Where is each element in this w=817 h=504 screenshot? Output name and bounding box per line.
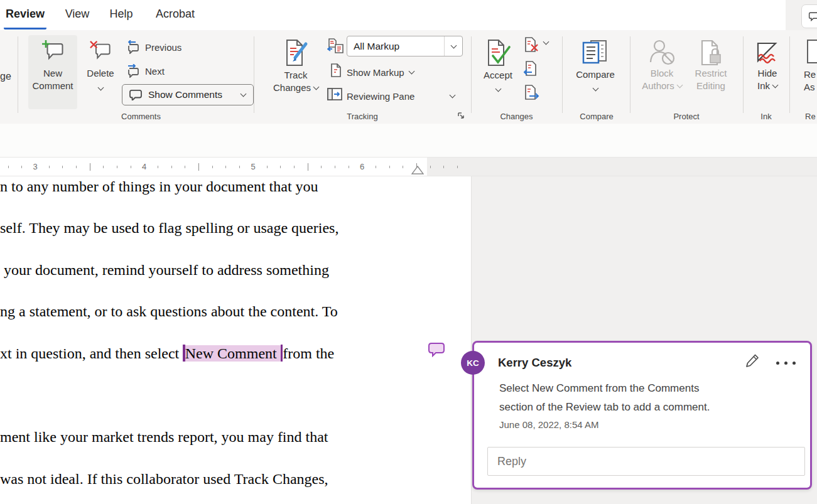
accept-icon — [485, 38, 511, 67]
protect-group-label: Protect — [630, 112, 743, 121]
changes-group-label: Changes — [471, 112, 562, 121]
document-area: n to any number of things in your docume… — [0, 176, 817, 504]
comment-text-line2: section of the Review tab to add a comme… — [499, 398, 710, 417]
comment-text-line1: Select New Comment from the Comments — [499, 379, 699, 398]
tracking-dialog-launcher-icon[interactable] — [457, 112, 465, 120]
previous-comment-button[interactable]: Previous — [124, 38, 181, 56]
clipped-language-label: ge — [0, 71, 11, 82]
tab-help-label: Help — [109, 8, 133, 21]
tab-acrobat[interactable]: Acrobat — [151, 0, 200, 28]
ribbon-lower-band — [0, 124, 817, 157]
tab-review-label: Review — [6, 8, 45, 21]
combobox-dropdown[interactable] — [444, 36, 462, 56]
ruler-mark-6: 6 — [360, 162, 364, 171]
reviewing-pane-label: Reviewing Pane — [347, 91, 414, 102]
comments-group-label: Comments — [28, 112, 254, 121]
resume-assistant-button[interactable]: Re As — [801, 35, 817, 109]
track-changes-label1: Track — [284, 69, 308, 82]
tracking-group-label: Tracking — [254, 112, 471, 121]
restrict-editing-label1: Restrict — [695, 67, 727, 80]
accept-label: Accept — [484, 69, 512, 82]
ruler-mark-3: 3 — [33, 162, 37, 171]
more-options-icon[interactable] — [776, 362, 796, 365]
compare-group-label: Compare — [562, 112, 631, 121]
display-for-review-combobox[interactable]: All Markup — [347, 36, 463, 56]
track-changes-label2: Changes — [273, 82, 311, 94]
resume-group-label: Re — [798, 112, 817, 121]
document-text-line[interactable]: xt in question, and then select New Comm… — [0, 343, 334, 363]
restrict-editing-button: Restrict Editing — [687, 35, 735, 109]
resume-assistant-label1: Re — [804, 68, 816, 81]
ruler-mark-5: 5 — [251, 162, 255, 171]
previous-change-icon[interactable] — [523, 60, 539, 77]
tab-view[interactable]: View — [61, 0, 94, 28]
block-authors-button: Block Authors — [639, 35, 684, 109]
text-run: xt in question, and then select — [0, 345, 183, 362]
chevron-down-icon — [97, 85, 104, 91]
compare-button[interactable]: Compare — [570, 35, 620, 109]
new-comment-icon — [41, 40, 65, 62]
comment-author-name: Kerry Ceszyk — [498, 356, 571, 370]
avatar: KC — [461, 351, 485, 375]
group-divider — [743, 36, 744, 113]
reply-input[interactable] — [487, 447, 805, 476]
tab-review[interactable]: Review — [4, 0, 46, 29]
compare-icon — [582, 40, 609, 66]
document-text-line[interactable]: n to any number of things in your docume… — [0, 176, 318, 196]
chevron-down-icon — [592, 85, 598, 92]
word-review-window: Review View Help Acrobat ge New Comment — [0, 0, 817, 504]
block-authors-label1: Block — [651, 67, 674, 80]
track-changes-button[interactable]: Track Changes — [273, 35, 318, 109]
ruler-mark-4: 4 — [142, 162, 146, 171]
horizontal-ruler: 3 4 5 6 — [0, 157, 817, 176]
display-for-review-value: All Markup — [347, 41, 444, 52]
chevron-down-icon — [313, 84, 320, 90]
tab-acrobat-label: Acrobat — [156, 8, 195, 21]
right-indent-marker[interactable] — [411, 166, 424, 175]
show-markup-button[interactable]: Show Markup — [347, 63, 414, 81]
group-divider — [562, 36, 563, 113]
document-page[interactable]: n to any number of things in your docume… — [0, 176, 471, 504]
delete-comment-icon — [89, 40, 112, 62]
group-divider — [18, 36, 18, 113]
document-text-line[interactable]: was not ideal. If this collaborator used… — [0, 469, 328, 489]
chevron-down-icon — [495, 86, 501, 92]
previous-label: Previous — [145, 42, 181, 53]
tab-help[interactable]: Help — [106, 0, 137, 28]
new-comment-label: New Comment — [28, 67, 77, 92]
titlebar-comments-button[interactable] — [801, 4, 817, 28]
hide-ink-icon — [754, 40, 781, 66]
hide-ink-label1: Hide — [758, 67, 777, 80]
edit-comment-pencil-icon[interactable] — [745, 353, 760, 368]
show-comments-button[interactable]: Show Comments — [122, 84, 254, 105]
document-text-line[interactable]: ng a statement, or to ask questions abou… — [0, 301, 338, 321]
next-comment-button[interactable]: Next — [124, 62, 165, 80]
highlighted-comment-anchor[interactable]: New Comment — [185, 345, 281, 362]
resume-assistant-icon — [805, 39, 817, 64]
review-ribbon: ge New Comment Delete Previous — [0, 30, 817, 124]
ribbon-tab-bar: Review View Help Acrobat — [0, 0, 817, 30]
document-text-line[interactable]: ment like your market trends report, you… — [0, 427, 328, 447]
new-comment-button[interactable]: New Comment — [28, 35, 77, 109]
chevron-down-icon[interactable] — [543, 39, 549, 45]
previous-comment-icon — [124, 40, 140, 54]
next-change-icon[interactable] — [523, 84, 539, 100]
hide-ink-button[interactable]: Hide Ink — [747, 35, 787, 109]
accept-button[interactable]: Accept — [479, 35, 517, 109]
display-for-review-icon — [327, 38, 345, 55]
document-text-line[interactable]: your document, remind yourself to addres… — [0, 260, 329, 280]
block-authors-label2: Authors — [642, 80, 674, 92]
delete-label: Delete — [87, 67, 114, 80]
show-comments-label: Show Comments — [148, 89, 241, 100]
show-comments-icon — [129, 89, 143, 100]
document-text-line[interactable]: self. They may be used to flag spelling … — [0, 218, 338, 238]
reviewing-pane-button[interactable]: Reviewing Pane — [347, 87, 455, 105]
reject-change-icon[interactable] — [523, 36, 539, 53]
block-authors-icon — [649, 40, 675, 66]
margin-comment-icon[interactable] — [428, 342, 445, 357]
next-comment-icon — [124, 64, 140, 78]
delete-comment-button[interactable]: Delete — [80, 35, 121, 109]
group-divider — [630, 36, 630, 113]
show-markup-label: Show Markup — [347, 67, 404, 78]
compare-label: Compare — [576, 68, 615, 81]
